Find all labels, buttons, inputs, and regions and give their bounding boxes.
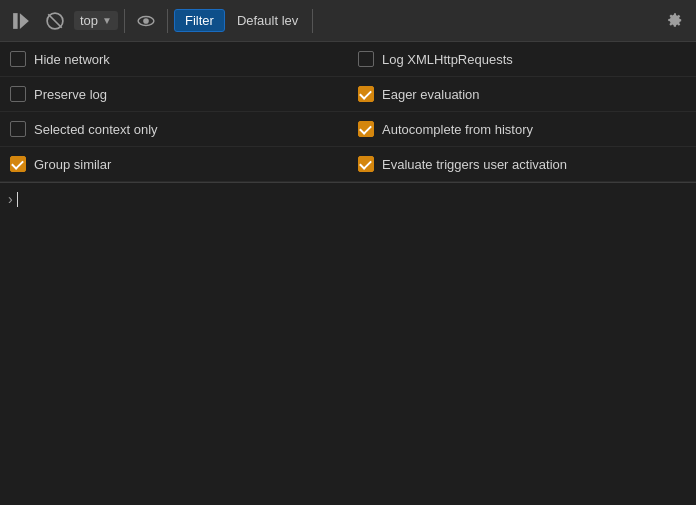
option-item-log-xmlhttp[interactable]: Log XMLHttpRequests [348,42,696,77]
separator-2 [167,9,168,33]
option-item-selected-context[interactable]: Selected context only [0,112,348,147]
checkbox-hide-network[interactable] [10,51,26,67]
svg-point-5 [143,18,149,24]
default-level-button[interactable]: Default lev [229,10,306,31]
option-label-eager-evaluation: Eager evaluation [382,87,480,102]
checkbox-group-similar[interactable] [10,156,26,172]
option-label-selected-context: Selected context only [34,122,158,137]
svg-line-3 [48,14,62,28]
checkbox-log-xmlhttp[interactable] [358,51,374,67]
option-item-group-similar[interactable]: Group similar [0,147,348,182]
options-panel: Hide networkLog XMLHttpRequestsPreserve … [0,42,696,183]
gear-icon [666,12,684,30]
checkbox-preserve-log[interactable] [10,86,26,102]
checkbox-autocomplete-history[interactable] [358,121,374,137]
checkbox-evaluate-triggers[interactable] [358,156,374,172]
option-item-autocomplete-history[interactable]: Autocomplete from history [348,112,696,147]
gear-button[interactable] [660,8,690,34]
separator-1 [124,9,125,33]
eye-button[interactable] [131,8,161,34]
context-label: top [80,13,98,28]
console-prompt[interactable]: › [0,187,696,211]
checkbox-selected-context[interactable] [10,121,26,137]
dropdown-arrow-icon: ▼ [102,15,112,26]
checkbox-eager-evaluation[interactable] [358,86,374,102]
eye-icon [137,12,155,30]
separator-3 [312,9,313,33]
option-item-evaluate-triggers[interactable]: Evaluate triggers user activation [348,147,696,182]
prompt-chevron-icon: › [8,191,13,207]
option-label-evaluate-triggers: Evaluate triggers user activation [382,157,567,172]
option-item-hide-network[interactable]: Hide network [0,42,348,77]
svg-marker-1 [20,13,29,29]
stop-icon [46,12,64,30]
toolbar: top ▼ Filter Default lev [0,0,696,42]
stop-button[interactable] [40,8,70,34]
cursor [17,192,18,207]
option-label-group-similar: Group similar [34,157,111,172]
option-item-preserve-log[interactable]: Preserve log [0,77,348,112]
play-icon [12,12,30,30]
option-label-preserve-log: Preserve log [34,87,107,102]
filter-button[interactable]: Filter [174,9,225,32]
option-label-log-xmlhttp: Log XMLHttpRequests [382,52,513,67]
execute-button[interactable] [6,8,36,34]
option-item-eager-evaluation[interactable]: Eager evaluation [348,77,696,112]
context-selector[interactable]: top ▼ [74,11,118,30]
option-label-hide-network: Hide network [34,52,110,67]
option-label-autocomplete-history: Autocomplete from history [382,122,533,137]
svg-rect-0 [13,13,18,29]
console-area: › [0,183,696,505]
